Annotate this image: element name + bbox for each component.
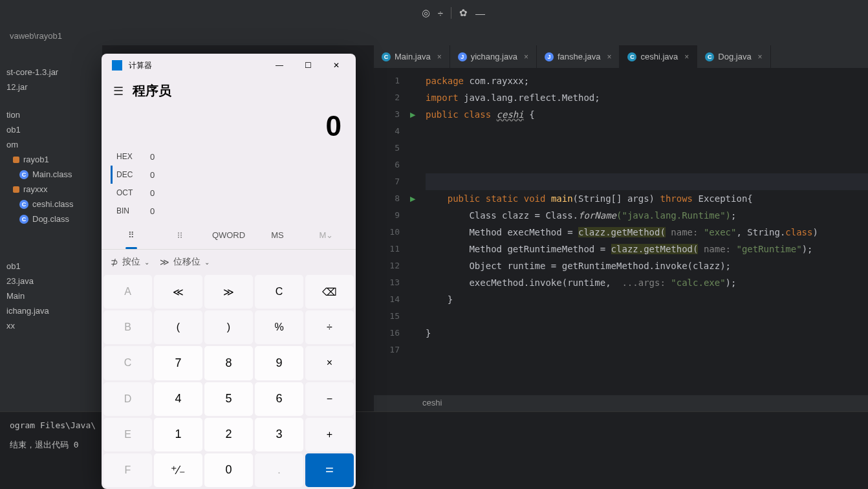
radix-bin[interactable]: BIN0	[111, 202, 347, 220]
btn-equals[interactable]: =	[305, 453, 354, 487]
btn-8[interactable]: 8	[204, 346, 253, 380]
sidebar-item[interactable]: rayob1	[0, 152, 102, 167]
gear-icon[interactable]: ✿	[459, 7, 468, 19]
bit-ops: ⊅按位⌄ ≫位移位⌄	[102, 250, 356, 273]
btn-plus[interactable]: +	[305, 418, 354, 451]
mv-tab: M⌄	[302, 225, 351, 245]
radix-list: HEX0 DEC0 OCT0 BIN0	[102, 145, 356, 221]
close-icon[interactable]: ×	[524, 52, 528, 61]
radix-oct[interactable]: OCT0	[111, 184, 347, 202]
hamburger-icon[interactable]: ☰	[113, 84, 124, 98]
sidebar-item[interactable]: st-core-1.3.jar	[0, 65, 102, 80]
btn-lparen[interactable]: (	[154, 310, 202, 344]
btn-multiply[interactable]: ×	[305, 346, 354, 380]
btn-negate[interactable]: ⁺∕₋	[154, 453, 202, 487]
tab-yichang[interactable]: Jyichang.java×	[450, 45, 537, 68]
run-icon[interactable]: ▶	[406, 106, 419, 123]
ms-tab[interactable]: MS	[253, 225, 301, 245]
top-toolbar: ◎ ÷ ✿ —	[0, 0, 868, 26]
btn-rparen[interactable]: )	[204, 310, 253, 344]
sidebar-item[interactable]: CMain.class	[0, 167, 102, 182]
btn-1[interactable]: 1	[154, 418, 202, 451]
btn-3[interactable]: 3	[255, 418, 303, 451]
binary-tab[interactable]: ⁝⁝	[155, 225, 204, 245]
line-gutter: 1234567891011121314151617	[374, 69, 406, 395]
calc-keypad: A ≪ ≫ C ⌫ B ( ) % ÷ C 7 8 9 × D 4 5 6 − …	[102, 273, 356, 489]
tab-fanshe[interactable]: Jfanshe.java×	[537, 45, 620, 68]
btn-7[interactable]: 7	[154, 346, 202, 380]
btn-clear[interactable]: C	[255, 275, 303, 309]
tab-dog[interactable]: CDog.java×	[697, 45, 770, 68]
gutter-markers: ▶ ▶	[406, 69, 419, 395]
close-icon[interactable]: ×	[607, 52, 611, 61]
btn-9[interactable]: 9	[255, 346, 303, 380]
class-icon: C	[19, 200, 28, 209]
maximize-button[interactable]: ☐	[294, 56, 322, 75]
btn-a[interactable]: A	[103, 275, 152, 309]
package-icon	[13, 157, 19, 163]
separator	[451, 7, 451, 19]
sidebar-item[interactable]: ob1	[0, 259, 102, 274]
sidebar-item[interactable]: 12.jar	[0, 80, 102, 94]
sidebar-item[interactable]: 23.java	[0, 274, 102, 288]
btn-backspace[interactable]: ⌫	[305, 275, 354, 309]
run-icon[interactable]: ▶	[406, 190, 419, 207]
btn-divide[interactable]: ÷	[305, 310, 354, 344]
btn-percent[interactable]: %	[255, 310, 303, 344]
chevron-down-icon: ⌄	[144, 259, 149, 266]
btn-0[interactable]: 0	[204, 453, 253, 487]
breadcrumb-bottom[interactable]: ceshi	[374, 395, 868, 411]
btn-d[interactable]: D	[103, 382, 152, 416]
btn-4[interactable]: 4	[154, 382, 202, 416]
project-sidebar[interactable]: st-core-1.3.jar 12.jar tion ob1 om rayob…	[0, 45, 102, 411]
sidebar-item[interactable]: CDog.class	[0, 212, 102, 226]
sidebar-item[interactable]: xx	[0, 318, 102, 333]
btn-6[interactable]: 6	[255, 382, 303, 416]
bitwise-dropdown[interactable]: ⊅按位⌄	[111, 256, 149, 268]
btn-rshift[interactable]: ≫	[204, 275, 253, 309]
sidebar-item[interactable]: tion	[0, 107, 102, 122]
radix-dec[interactable]: DEC0	[111, 166, 347, 184]
close-icon[interactable]: ×	[437, 52, 442, 61]
editor-tabs: CMain.java× Jyichang.java× Jfanshe.java×…	[374, 45, 868, 69]
code-editor[interactable]: 1234567891011121314151617 ▶ ▶ package co…	[374, 69, 868, 395]
target-icon[interactable]: ◎	[422, 7, 430, 19]
keypad-tab[interactable]: ⠿	[107, 225, 155, 245]
close-button[interactable]: ✕	[322, 56, 351, 75]
btn-dot[interactable]: .	[255, 453, 303, 487]
qword-tab[interactable]: QWORD	[204, 225, 253, 245]
btn-2[interactable]: 2	[204, 418, 253, 451]
radix-hex[interactable]: HEX0	[111, 147, 347, 166]
sidebar-item[interactable]: ichang.java	[0, 303, 102, 318]
chevron-down-icon: ⌄	[204, 259, 210, 266]
calc-titlebar[interactable]: 计算器 — ☐ ✕	[102, 54, 356, 77]
class-icon: C	[19, 170, 28, 179]
btn-b[interactable]: B	[103, 310, 152, 344]
minimize-icon[interactable]: —	[475, 8, 485, 19]
close-icon[interactable]: ×	[684, 52, 689, 61]
tab-ceshi[interactable]: Cceshi.java×	[620, 45, 697, 68]
sidebar-item[interactable]: om	[0, 137, 102, 152]
calc-app-icon	[112, 60, 122, 71]
java-icon: J	[458, 52, 467, 61]
btn-f[interactable]: F	[103, 453, 152, 487]
divide-icon[interactable]: ÷	[438, 8, 443, 19]
btn-5[interactable]: 5	[204, 382, 253, 416]
btn-lshift[interactable]: ≪	[154, 275, 202, 309]
sidebar-item[interactable]: Main	[0, 288, 102, 303]
calculator-window: 计算器 — ☐ ✕ ☰ 程序员 0 HEX0 DEC0 OCT0 BIN0 ⠿ …	[102, 54, 356, 489]
sidebar-item[interactable]: rayxxx	[0, 182, 102, 197]
calc-mode-label: 程序员	[133, 82, 171, 100]
minimize-button[interactable]: —	[265, 56, 294, 75]
java-icon: C	[382, 52, 391, 61]
btn-c[interactable]: C	[103, 346, 152, 380]
tab-main[interactable]: CMain.java×	[374, 45, 450, 68]
btn-minus[interactable]: −	[305, 382, 354, 416]
sidebar-item[interactable]: Cceshi.class	[0, 197, 102, 212]
close-icon[interactable]: ×	[758, 52, 763, 61]
sidebar-item[interactable]: ob1	[0, 122, 102, 137]
calc-title: 计算器	[129, 60, 265, 71]
mode-tabs: ⠿ ⁝⁝ QWORD MS M⌄	[102, 221, 356, 250]
btn-e[interactable]: E	[103, 418, 152, 451]
shift-dropdown[interactable]: ≫位移位⌄	[160, 256, 210, 268]
